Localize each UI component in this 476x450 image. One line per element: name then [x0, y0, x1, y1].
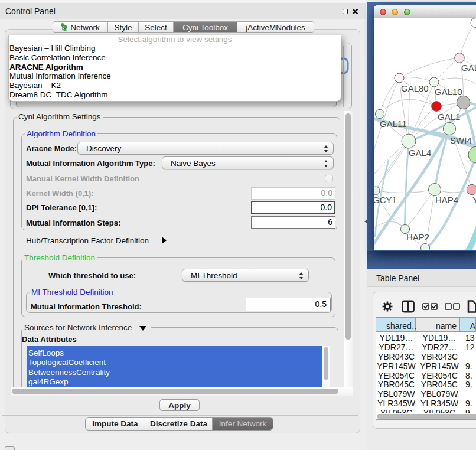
- svg-text:GAL11: GAL11: [380, 119, 407, 129]
- svg-text:GCY1: GCY1: [374, 195, 397, 205]
- svg-text:GAL80: GAL80: [401, 83, 429, 93]
- svg-text:HAP2: HAP2: [406, 232, 429, 242]
- svg-text:GAL10: GAL10: [435, 87, 462, 97]
- svg-text:GAL4: GAL4: [409, 148, 431, 158]
- svg-text:GAL7: GAL7: [461, 63, 476, 73]
- svg-text:HAP4: HAP4: [435, 195, 458, 205]
- svg-text:SWI4: SWI4: [450, 135, 472, 145]
- svg-text:Y: Y: [472, 195, 476, 205]
- svg-text:GAL1: GAL1: [438, 112, 460, 122]
